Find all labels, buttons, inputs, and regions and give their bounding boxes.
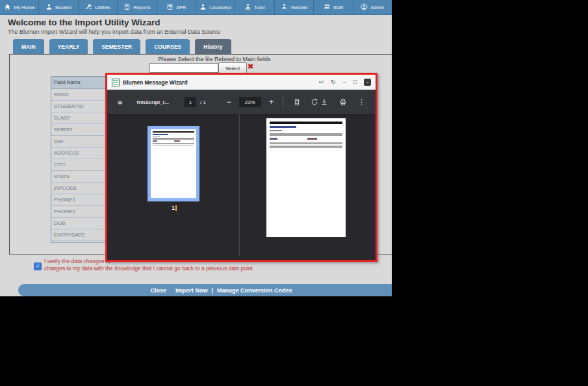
doc-content-line — [270, 146, 342, 148]
wrench-icon — [85, 1, 92, 13]
person-board-icon — [281, 1, 288, 13]
menu-icon[interactable]: ≡ — [118, 97, 123, 107]
refresh-icon[interactable]: ↻ — [331, 79, 336, 85]
close-button[interactable]: Close — [150, 287, 166, 294]
minimize-icon[interactable]: – — [343, 79, 346, 85]
doc-content-line — [270, 133, 342, 136]
verify-checkbox[interactable]: ✓ — [34, 263, 42, 270]
doc-content-line — [153, 143, 194, 144]
window-controls: ↩↻–□▪ — [318, 79, 371, 86]
verify-text-line1: I verify the data changes to — [44, 258, 110, 264]
top-navbar: My HomeStudentUtilitiesReportsAPRCounsel… — [0, 0, 392, 15]
nav-item-tutor[interactable]: Tutor — [235, 0, 274, 14]
doc-content-line — [153, 131, 194, 133]
field-row: SSNO — [51, 89, 107, 101]
doc-content-line — [153, 146, 194, 147]
field-row: DOB — [51, 218, 107, 229]
field-table-header: Field Name — [51, 77, 107, 89]
footer-separator: | — [211, 287, 213, 294]
person-circle-icon — [361, 1, 368, 13]
sidebar-divider — [239, 114, 240, 256]
tab-yearly[interactable]: YEARLY — [49, 39, 88, 54]
field-row: STUDENTID — [51, 101, 107, 112]
zoom-level-input[interactable]: 23% — [239, 97, 261, 107]
doc-content-line — [174, 140, 179, 142]
maximize-icon[interactable]: □ — [353, 79, 357, 85]
doc-content-line — [270, 138, 277, 140]
dialog-title: Blumen Message Wizard — [123, 79, 188, 86]
zoom-in-button[interactable]: + — [269, 97, 274, 107]
tab-semester[interactable]: SEMESTER — [93, 39, 140, 54]
verify-text-line2: changes to my data with the knowledge th… — [44, 265, 254, 272]
nav-item-reports[interactable]: Reports — [118, 0, 157, 14]
close-icon[interactable]: ▪ — [364, 79, 371, 86]
download-icon[interactable] — [320, 98, 328, 106]
field-row: PHONE2 — [51, 206, 107, 218]
field-row: SMI — [51, 136, 107, 148]
doc-content-line — [270, 130, 283, 131]
nav-item-admin[interactable]: Admin — [353, 0, 392, 14]
nav-item-teacher[interactable]: Teacher — [275, 0, 314, 14]
dialog-app-icon — [112, 79, 120, 86]
nav-item-student[interactable]: Student — [39, 0, 78, 14]
nav-item-utilities[interactable]: Utilities — [79, 0, 118, 14]
pdf-viewer-toolbar: ≡ frmScript_r... 1 / 1 − 23% + — [107, 90, 376, 114]
pdf-viewer-content: 1 — [107, 114, 376, 256]
person-icon — [199, 1, 207, 13]
field-row: SLAST — [51, 112, 107, 124]
field-row: SFIRST — [51, 124, 107, 136]
footer-action-bar: Close Import Now | Manage Conversion Cod… — [18, 284, 392, 296]
popout-icon[interactable]: ↩ — [318, 79, 324, 85]
field-row: ENTRYDATE — [51, 229, 107, 241]
fit-to-page-icon[interactable] — [293, 98, 301, 106]
document-page — [266, 118, 346, 237]
dialog-titlebar[interactable]: Blumen Message Wizard ↩↻–□▪ — [107, 75, 376, 90]
page-subtitle: The Blumen Import Wizard will help you i… — [8, 29, 220, 35]
doc-content-line — [307, 138, 317, 140]
doc-content-line — [153, 136, 160, 136]
field-row: CITY — [51, 159, 107, 171]
tab-main[interactable]: MAIN — [13, 39, 44, 54]
toolbar-divider — [283, 96, 283, 108]
doc-content-line — [270, 126, 296, 128]
page-title: Welcome to the Import Utility Wizard — [8, 18, 160, 27]
clear-file-icon[interactable]: ✖ — [248, 62, 253, 71]
field-row: ADDRESS — [51, 148, 107, 159]
rotate-icon[interactable] — [311, 98, 318, 106]
thumbnail-page — [151, 129, 196, 198]
zoom-out-button[interactable]: − — [227, 97, 231, 107]
page-count-label: / 1 — [200, 99, 206, 105]
nav-item-staff[interactable]: Staff — [314, 0, 353, 14]
doc-content-line — [153, 140, 157, 142]
thumbnail-page-number: 1 — [172, 205, 177, 211]
caret — [175, 205, 177, 211]
person-desk-icon — [244, 1, 251, 13]
field-row: PHONE1 — [51, 194, 107, 206]
manage-conversion-codes-button[interactable]: Manage Conversion Codes — [217, 287, 292, 294]
blumen-app-window: My HomeStudentUtilitiesReportsAPRCounsel… — [0, 0, 392, 296]
print-icon[interactable] — [339, 98, 347, 106]
page-number-input[interactable]: 1 — [185, 97, 196, 107]
screenshot-stage: My HomeStudentUtilitiesReportsAPRCounsel… — [0, 0, 588, 386]
file-select-prompt: Please Select the file Related to Main f… — [97, 56, 331, 62]
person-icon — [45, 1, 53, 13]
field-name-table: Field Name SSNOSTUDENTIDSLASTSFIRSTSMIAD… — [51, 76, 107, 243]
nav-item-counselor[interactable]: Counselor — [196, 0, 235, 14]
report-icon — [123, 1, 131, 13]
more-options-icon[interactable]: ⋮ — [358, 98, 365, 107]
import-now-button[interactable]: Import Now — [175, 287, 208, 294]
doc-content-line — [270, 122, 342, 124]
blumen-message-wizard-dialog: Blumen Message Wizard ↩↻–□▪ ≡ frmScript_… — [105, 73, 377, 262]
tab-history[interactable]: History — [195, 39, 231, 54]
nav-item-apr[interactable]: APR — [157, 0, 196, 14]
doc-content-line — [270, 142, 342, 144]
doc-content-line — [153, 134, 168, 135]
nav-item-my-home[interactable]: My Home — [0, 0, 39, 14]
file-path-input[interactable] — [149, 63, 218, 73]
apr-book-icon — [166, 1, 173, 13]
field-row: ZIPCODE — [51, 183, 107, 194]
tab-courses[interactable]: COURSES — [146, 39, 190, 54]
people-icon — [324, 1, 331, 13]
home-icon — [4, 1, 11, 13]
page-thumbnail[interactable] — [147, 126, 199, 201]
